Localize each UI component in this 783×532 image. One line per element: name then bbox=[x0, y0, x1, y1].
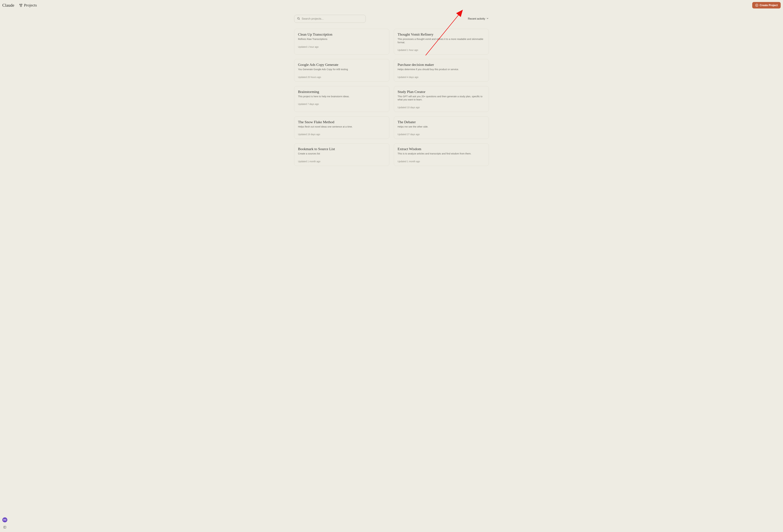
svg-rect-1 bbox=[20, 5, 22, 6]
create-project-label: Create Project bbox=[760, 4, 778, 7]
sort-dropdown[interactable]: Recent activity bbox=[468, 17, 489, 21]
search-input[interactable] bbox=[302, 17, 363, 21]
project-card[interactable]: Study Plan CreatorThis GPT will ask you … bbox=[394, 86, 489, 112]
project-updated: Updated 1 hour ago bbox=[298, 45, 385, 48]
search-icon bbox=[297, 17, 300, 21]
project-description: Helps flesh out novel ideas one sentence… bbox=[298, 125, 385, 129]
page-title: Projects bbox=[24, 3, 37, 7]
chevron-down-icon bbox=[486, 17, 489, 21]
project-title: Study Plan Creator bbox=[398, 90, 485, 94]
project-description: This GPT will ask you 20+ questions and … bbox=[398, 95, 485, 101]
project-title: Purchase decision maker bbox=[398, 63, 485, 67]
project-card[interactable]: The DebaterHelps me see the other side.U… bbox=[394, 117, 489, 139]
project-updated: Updated 19 days ago bbox=[298, 133, 385, 136]
project-updated: Updated 7 days ago bbox=[298, 103, 385, 105]
project-updated: Updated 1 hour ago bbox=[398, 49, 485, 52]
project-title: Google Ads Copy Generate bbox=[298, 63, 385, 67]
project-card[interactable]: Thought Vomit RefineryThis processes a t… bbox=[394, 29, 489, 55]
project-updated: Updated 20 hours ago bbox=[298, 76, 385, 78]
project-card[interactable]: Clean Up TranscriptionRefines Raw Transc… bbox=[294, 29, 389, 55]
project-card[interactable]: Google Ads Copy GenerateYou Generate Goo… bbox=[294, 59, 389, 81]
project-updated: Updated 27 days ago bbox=[398, 133, 485, 136]
project-updated: Updated 10 days ago bbox=[398, 106, 485, 109]
projects-shapes-icon bbox=[19, 3, 23, 7]
project-card[interactable]: Bookmark to Source ListCreate a sources … bbox=[294, 143, 389, 166]
project-title: Bookmark to Source List bbox=[298, 147, 385, 151]
project-title: Thought Vomit Refinery bbox=[398, 32, 485, 37]
sort-label: Recent activity bbox=[468, 17, 485, 20]
project-description: This is to analyze articles and transcri… bbox=[398, 152, 485, 156]
project-title: Brainstorming bbox=[298, 90, 385, 94]
project-title: The Snow Flake Method bbox=[298, 120, 385, 124]
project-updated: Updated 1 month ago bbox=[298, 160, 385, 163]
project-description: You Generate Google Ads Copy for A/B tes… bbox=[298, 68, 385, 71]
svg-line-6 bbox=[299, 19, 300, 20]
project-description: Refines Raw Transcriptions bbox=[298, 38, 385, 41]
project-updated: Updated 4 days ago bbox=[398, 76, 485, 78]
brand-logo[interactable]: Claude bbox=[2, 3, 14, 8]
create-project-button[interactable]: Create Project bbox=[752, 2, 781, 8]
search-box[interactable] bbox=[294, 15, 366, 23]
project-title: The Debater bbox=[398, 120, 485, 124]
project-card[interactable]: Extract WisdomThis is to analyze article… bbox=[394, 143, 489, 166]
project-description: This project is here to help me brainsto… bbox=[298, 95, 385, 98]
svg-rect-8 bbox=[4, 526, 6, 528]
project-title: Extract Wisdom bbox=[398, 147, 485, 151]
project-card[interactable]: BrainstormingThis project is here to hel… bbox=[294, 86, 389, 112]
project-title: Clean Up Transcription bbox=[298, 32, 385, 37]
plus-circle-icon bbox=[755, 4, 758, 7]
project-description: Helps me see the other side. bbox=[398, 125, 485, 129]
project-description: Create a sources list bbox=[298, 152, 385, 156]
avatar[interactable]: DG bbox=[2, 518, 7, 522]
svg-point-0 bbox=[21, 4, 22, 5]
project-description: Helps determine if you should buy this p… bbox=[398, 68, 485, 71]
project-card[interactable]: The Snow Flake MethodHelps flesh out nov… bbox=[294, 117, 389, 139]
project-updated: Updated 1 month ago bbox=[398, 160, 485, 163]
project-card[interactable]: Purchase decision makerHelps determine i… bbox=[394, 59, 489, 81]
project-description: This processes a thought vomit and refin… bbox=[398, 38, 485, 44]
toggle-sidebar-icon[interactable] bbox=[2, 525, 7, 530]
